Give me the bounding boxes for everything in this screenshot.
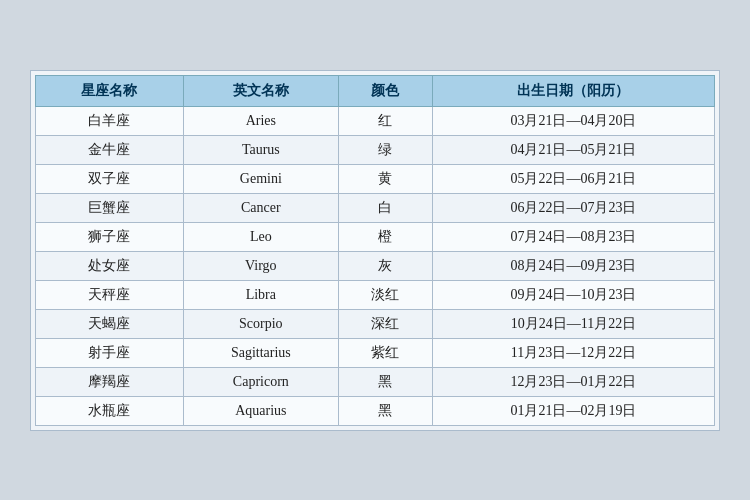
table-row: 处女座Virgo灰08月24日—09月23日 [36,251,715,280]
table-row: 水瓶座Aquarius黑01月21日—02月19日 [36,396,715,425]
table-row: 金牛座Taurus绿04月21日—05月21日 [36,135,715,164]
header-english-name: 英文名称 [183,75,338,106]
cell-dates: 04月21日—05月21日 [432,135,714,164]
zodiac-table-container: 星座名称 英文名称 颜色 出生日期（阳历） 白羊座Aries红03月21日—04… [30,70,720,431]
cell-color: 紫红 [338,338,432,367]
table-row: 巨蟹座Cancer白06月22日—07月23日 [36,193,715,222]
cell-english-name: Aries [183,106,338,135]
cell-chinese-name: 水瓶座 [36,396,184,425]
cell-chinese-name: 天蝎座 [36,309,184,338]
cell-chinese-name: 天秤座 [36,280,184,309]
cell-color: 绿 [338,135,432,164]
cell-dates: 11月23日—12月22日 [432,338,714,367]
table-row: 摩羯座Capricorn黑12月23日—01月22日 [36,367,715,396]
table-row: 射手座Sagittarius紫红11月23日—12月22日 [36,338,715,367]
cell-color: 黑 [338,367,432,396]
cell-dates: 10月24日—11月22日 [432,309,714,338]
cell-chinese-name: 金牛座 [36,135,184,164]
cell-chinese-name: 处女座 [36,251,184,280]
header-dates: 出生日期（阳历） [432,75,714,106]
header-color: 颜色 [338,75,432,106]
cell-english-name: Sagittarius [183,338,338,367]
table-header-row: 星座名称 英文名称 颜色 出生日期（阳历） [36,75,715,106]
cell-english-name: Leo [183,222,338,251]
cell-english-name: Virgo [183,251,338,280]
cell-english-name: Libra [183,280,338,309]
cell-dates: 05月22日—06月21日 [432,164,714,193]
table-row: 白羊座Aries红03月21日—04月20日 [36,106,715,135]
cell-chinese-name: 射手座 [36,338,184,367]
cell-english-name: Aquarius [183,396,338,425]
cell-chinese-name: 巨蟹座 [36,193,184,222]
table-row: 天蝎座Scorpio深红10月24日—11月22日 [36,309,715,338]
table-row: 天秤座Libra淡红09月24日—10月23日 [36,280,715,309]
zodiac-table: 星座名称 英文名称 颜色 出生日期（阳历） 白羊座Aries红03月21日—04… [35,75,715,426]
cell-english-name: Scorpio [183,309,338,338]
table-row: 双子座Gemini黄05月22日—06月21日 [36,164,715,193]
cell-chinese-name: 狮子座 [36,222,184,251]
cell-color: 白 [338,193,432,222]
cell-chinese-name: 摩羯座 [36,367,184,396]
cell-chinese-name: 白羊座 [36,106,184,135]
cell-dates: 03月21日—04月20日 [432,106,714,135]
cell-chinese-name: 双子座 [36,164,184,193]
cell-dates: 06月22日—07月23日 [432,193,714,222]
table-body: 白羊座Aries红03月21日—04月20日金牛座Taurus绿04月21日—0… [36,106,715,425]
cell-english-name: Cancer [183,193,338,222]
table-row: 狮子座Leo橙07月24日—08月23日 [36,222,715,251]
cell-color: 灰 [338,251,432,280]
cell-dates: 08月24日—09月23日 [432,251,714,280]
cell-dates: 12月23日—01月22日 [432,367,714,396]
cell-color: 红 [338,106,432,135]
cell-dates: 07月24日—08月23日 [432,222,714,251]
cell-english-name: Capricorn [183,367,338,396]
cell-color: 黑 [338,396,432,425]
cell-color: 淡红 [338,280,432,309]
cell-color: 深红 [338,309,432,338]
cell-color: 黄 [338,164,432,193]
cell-english-name: Taurus [183,135,338,164]
cell-dates: 01月21日—02月19日 [432,396,714,425]
cell-color: 橙 [338,222,432,251]
cell-english-name: Gemini [183,164,338,193]
cell-dates: 09月24日—10月23日 [432,280,714,309]
header-chinese-name: 星座名称 [36,75,184,106]
